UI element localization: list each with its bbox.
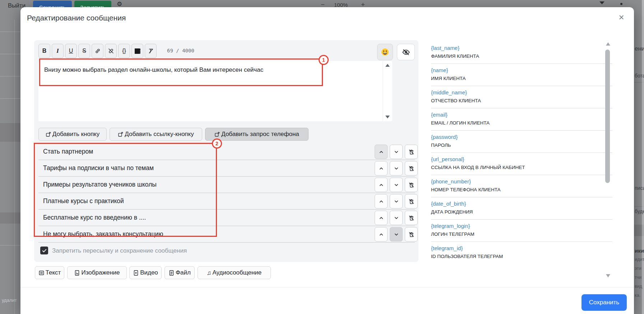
unlink-button[interactable] xyxy=(105,44,117,58)
move-down-button[interactable] xyxy=(390,194,403,208)
clear-format-button[interactable] xyxy=(145,44,157,58)
list-item[interactable]: Платные курсы с практикой xyxy=(38,193,415,210)
list-item[interactable]: Бесплатные курс по введению в .... xyxy=(38,210,415,226)
placeholder-item: {middle_name} ОТЧЕСТВО КЛИЕНТА xyxy=(431,86,612,108)
list-item[interactable]: Примеры результатов учеников школы xyxy=(38,177,415,193)
delete-button[interactable] xyxy=(405,161,418,175)
scroll-up-icon[interactable] xyxy=(385,64,390,67)
delete-button[interactable] xyxy=(405,145,418,159)
chevron-down-icon xyxy=(394,166,399,171)
content-type-file-button[interactable]: Файл xyxy=(165,266,195,279)
move-down-button[interactable] xyxy=(390,145,403,159)
placeholder-description: ДАТА РОЖДЕНИЯ xyxy=(431,209,612,215)
move-up-button[interactable] xyxy=(375,194,388,208)
delete-button[interactable] xyxy=(405,178,418,192)
preview-toggle-button[interactable] xyxy=(397,44,415,60)
button-label[interactable]: Примеры результатов учеников школы xyxy=(43,177,157,193)
italic-button[interactable]: I xyxy=(52,44,64,58)
content-type-label: Изображение xyxy=(81,269,120,276)
placeholder-description: ФАМИЛИЯ КЛИЕНТА xyxy=(431,53,612,59)
background-text-fragment: бота xyxy=(635,73,644,79)
sidebar-scrollbar-thumb[interactable] xyxy=(605,50,610,183)
content-type-image-button[interactable]: Изображение xyxy=(67,266,127,279)
placeholder-item: {telegram_login} ЛОГИН ТЕЛЕГРАМ xyxy=(431,220,612,242)
textarea-scrollbar[interactable] xyxy=(383,61,392,121)
move-up-button[interactable] xyxy=(375,145,388,159)
placeholder-item: {last_name} ФАМИЛИЯ КЛИЕНТА xyxy=(431,42,612,64)
placeholder-variable[interactable]: {password} xyxy=(431,134,612,140)
placeholder-description: НОМЕР ТЕЛЕФОНА КЛИЕНТА xyxy=(431,187,612,192)
move-up-button[interactable] xyxy=(375,227,388,242)
scroll-down-icon[interactable] xyxy=(385,116,390,118)
info-icon[interactable] xyxy=(620,3,622,5)
delete-button[interactable] xyxy=(405,194,418,208)
placeholder-item: {password} ПАРОЛЬ xyxy=(431,131,612,153)
placeholder-description: ССЫЛКА НА ВХОД В ЛИЧНЫЙ КАБИНЕТ xyxy=(431,165,612,170)
placeholder-variable[interactable]: {date_of_birth} xyxy=(431,201,612,207)
move-up-button[interactable] xyxy=(375,178,388,192)
link-button[interactable] xyxy=(92,44,103,58)
move-down-button[interactable] xyxy=(390,211,403,225)
placeholder-variable[interactable]: {name} xyxy=(431,67,612,73)
sidebar-scroll-up-icon[interactable] xyxy=(606,42,610,46)
button-label[interactable]: Тарифы на подписки в чаты по темам xyxy=(43,160,154,176)
strikethrough-button[interactable]: S xyxy=(78,44,90,58)
placeholder-variable[interactable]: {telegram_id} xyxy=(431,245,612,251)
add-button-button[interactable]: Добавить кнопку xyxy=(38,128,107,141)
clear-format-icon xyxy=(148,48,154,54)
button-label[interactable]: Не могу выбрать, заказать консультацию xyxy=(43,226,163,242)
button-label[interactable]: Стать партнером xyxy=(43,144,93,160)
filter-icon[interactable] xyxy=(599,1,605,5)
move-up-button[interactable] xyxy=(375,161,388,175)
background-table-line xyxy=(0,76,20,76)
bold-button[interactable]: B xyxy=(38,44,50,58)
list-item[interactable]: Не могу выбрать, заказать консультацию xyxy=(38,226,415,243)
placeholder-item: {name} ИМЯ КЛИЕНТА xyxy=(431,64,612,86)
code-button[interactable]: {} xyxy=(118,44,130,58)
button-label[interactable]: Платные курсы с практикой xyxy=(43,193,124,209)
content-type-video-button[interactable]: Видео xyxy=(129,266,162,279)
close-icon[interactable]: × xyxy=(615,11,628,24)
message-textarea[interactable]: Внизу можно выбрать раздел онлайн-школы,… xyxy=(38,61,392,121)
content-type-label: Видео xyxy=(140,269,158,276)
move-down-button[interactable] xyxy=(390,161,403,175)
placeholder-item: {email} EMAIL / ЛОГИН КЛИЕНТА xyxy=(431,108,612,131)
forward-lock-checkbox[interactable] xyxy=(40,247,48,254)
move-down-button[interactable] xyxy=(390,227,403,242)
chevron-down-icon xyxy=(394,182,399,188)
sidebar-scroll-down-icon[interactable] xyxy=(606,274,610,277)
placeholder-variable[interactable]: {email} xyxy=(431,112,612,118)
add-phone-request-button[interactable]: Добавить запрос телефона xyxy=(205,128,309,141)
chevron-down-icon xyxy=(394,232,399,237)
trash-slash-icon xyxy=(408,231,414,238)
link-icon xyxy=(94,48,101,54)
chevron-up-icon xyxy=(379,232,384,237)
placeholder-variable[interactable]: {last_name} xyxy=(431,45,612,51)
move-down-button[interactable] xyxy=(390,178,403,192)
placeholder-variable[interactable]: {middle_name} xyxy=(431,89,612,95)
background-table-line xyxy=(0,54,20,54)
placeholders-sidebar: {last_name} ФАМИЛИЯ КЛИЕНТА {name} ИМЯ К… xyxy=(431,42,612,264)
placeholder-variable[interactable]: {url_personal} xyxy=(431,156,612,162)
underline-button[interactable]: U xyxy=(65,44,77,58)
gear-icon[interactable]: ⚙ xyxy=(117,0,122,8)
forward-lock-label[interactable]: Запретить пересылку и сохранение сообщен… xyxy=(52,247,187,254)
placeholder-variable[interactable]: {phone_number} xyxy=(431,178,612,184)
add-button-icon xyxy=(214,131,220,137)
add-button-icon xyxy=(118,131,124,137)
content-type-audio-button[interactable]: ♫ Аудиосообщение xyxy=(198,266,271,279)
spoiler-button[interactable] xyxy=(131,44,143,58)
video-icon xyxy=(133,270,139,276)
list-item[interactable]: Тарифы на подписки в чаты по темам xyxy=(38,160,415,177)
delete-button[interactable] xyxy=(405,227,418,242)
save-button[interactable]: Сохранить xyxy=(582,294,627,311)
placeholder-variable[interactable]: {telegram_login} xyxy=(431,223,612,229)
add-link-button-button[interactable]: Добавить ссылку-кнопку xyxy=(110,128,202,141)
button-label[interactable]: Бесплатные курс по введению в .... xyxy=(43,210,146,226)
list-item[interactable]: Стать партнером xyxy=(38,144,415,160)
content-type-text-button[interactable]: Текст xyxy=(35,266,64,279)
emoji-button[interactable] xyxy=(377,44,393,60)
delete-button[interactable] xyxy=(405,211,418,225)
background-text-fragment: ка. xyxy=(635,293,640,298)
move-up-button[interactable] xyxy=(375,211,388,225)
